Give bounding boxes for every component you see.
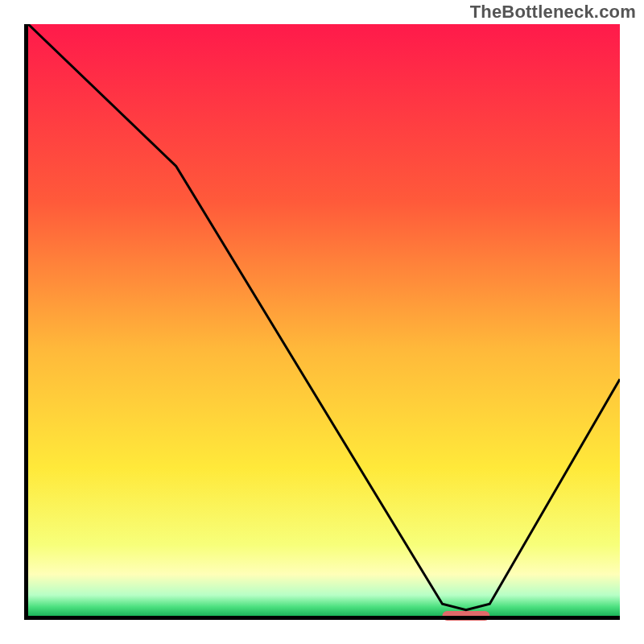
watermark-text: TheBottleneck.com [470, 2, 636, 23]
plot-axes [24, 24, 620, 620]
chart-container: TheBottleneck.com [0, 0, 644, 644]
